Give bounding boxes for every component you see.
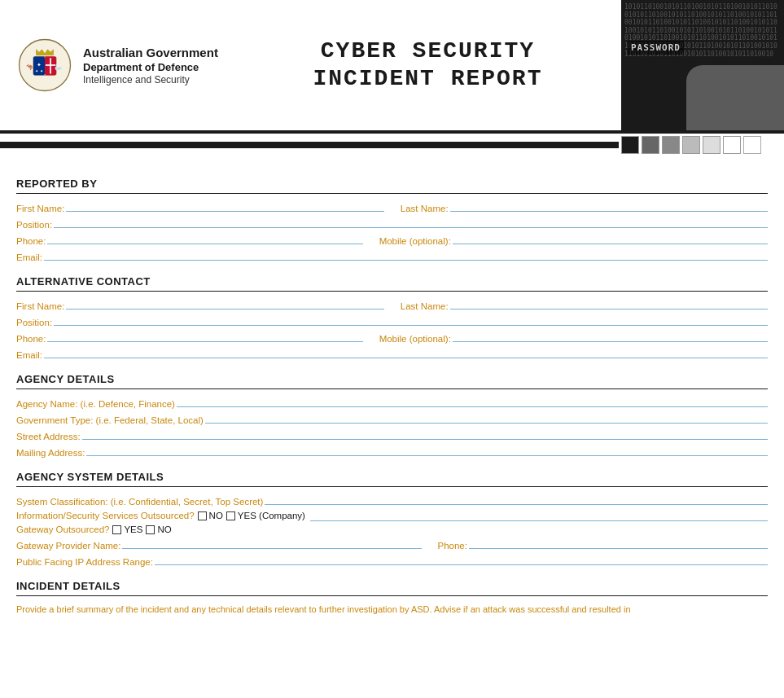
svg-text:✦ ✦: ✦ ✦ <box>35 68 42 73</box>
first-name-field[interactable] <box>66 200 383 212</box>
public-ip-label: Public Facing IP Address Range: <box>16 557 153 567</box>
street-address-row: Street Address: <box>16 428 768 441</box>
gateway-yes-label: YES <box>124 525 142 534</box>
agency-name-field[interactable] <box>177 396 768 407</box>
outsourced-yes-checkbox[interactable] <box>226 511 235 520</box>
public-ip-row: Public Facing IP Address Range: <box>16 554 768 567</box>
svg-text:🦘: 🦘 <box>26 63 34 71</box>
gateway-phone-field[interactable] <box>469 538 768 549</box>
outsourced-company-field[interactable] <box>310 510 768 521</box>
last-name-label: Last Name: <box>401 204 449 213</box>
outsourced-no-item[interactable]: NO <box>198 511 223 520</box>
outsourced-no-checkbox[interactable] <box>198 511 207 520</box>
street-address-field[interactable] <box>82 428 768 440</box>
mailing-address-field[interactable] <box>86 445 768 456</box>
public-ip-field[interactable] <box>155 554 768 565</box>
outsourced-row: Information/Security Services Outsourced… <box>16 510 768 521</box>
agency-name-row: Agency Name: (i.e. Defence, Finance) <box>16 396 768 409</box>
alt-name-row: First Name: Last Name: <box>16 298 768 311</box>
swatch-lighter-gray <box>703 136 720 154</box>
report-title: CYBER SECURITY INCIDENT REPORT <box>313 37 542 92</box>
alt-position-field[interactable] <box>54 314 768 326</box>
system-classification-row: System Classification: (i.e. Confidentia… <box>16 494 768 507</box>
street-address-label: Street Address: <box>16 432 81 441</box>
swatch-off-white <box>743 136 761 154</box>
main-content: REPORTED BY First Name: Last Name: Posit… <box>0 156 784 633</box>
swatch-light-gray <box>682 136 700 154</box>
alt-last-name-field[interactable] <box>450 298 768 309</box>
mailing-address-row: Mailing Address: <box>16 445 768 458</box>
incident-summary-text: Provide a brief summary of the incident … <box>16 603 768 617</box>
email-field[interactable] <box>44 249 768 261</box>
swatch-black <box>621 136 639 154</box>
alt-phone-label: Phone: <box>16 334 46 344</box>
first-name-label: First Name: <box>16 204 64 213</box>
section-agency-system: AGENCY SYSTEM DETAILS <box>16 471 768 487</box>
password-text: PASSWORD <box>628 41 684 55</box>
mobile-field[interactable] <box>453 233 768 244</box>
last-name-field[interactable] <box>450 200 768 212</box>
reported-by-name-row: First Name: Last Name: <box>16 200 768 213</box>
swatch-dark-gray <box>642 136 659 154</box>
gov-type-row: Government Type: (i.e. Federal, State, L… <box>16 412 768 425</box>
alt-position-row: Position: <box>16 314 768 327</box>
government-text: Australian Government Department of Defe… <box>83 46 218 86</box>
outsourced-yes-item[interactable]: YES (Company) <box>226 511 305 520</box>
alt-mobile-label: Mobile (optional): <box>379 334 451 344</box>
svg-text:✦: ✦ <box>37 62 42 68</box>
div-name: Intelligence and Security <box>83 74 218 86</box>
alt-email-field[interactable] <box>44 347 768 358</box>
dept-name: Department of Defence <box>83 61 218 73</box>
reported-by-position-row: Position: <box>16 217 768 230</box>
gateway-provider-field[interactable] <box>122 538 421 549</box>
gateway-outsourced-row: Gateway Outsourced? YES NO <box>16 525 768 534</box>
page-header: ✦ ✦ ✦ 🦘 🦢 Australian Government Departme… <box>0 0 784 134</box>
header-image-area: 1010110100101011010010101101001010110100… <box>621 0 784 130</box>
bar-row <box>0 134 784 156</box>
gateway-yes-item[interactable]: YES <box>112 525 142 534</box>
alt-last-name-label: Last Name: <box>401 301 449 311</box>
reported-by-email-row: Email: <box>16 249 768 262</box>
section-agency-details: AGENCY DETAILS <box>16 373 768 389</box>
svg-text:🦢: 🦢 <box>55 63 63 71</box>
gateway-no-item[interactable]: NO <box>146 525 171 534</box>
mobile-label: Mobile (optional): <box>379 236 451 246</box>
gateway-phone-label: Phone: <box>438 541 467 551</box>
section-alt-contact: ALTERNATIVE CONTACT <box>16 275 768 292</box>
gateway-no-checkbox[interactable] <box>146 525 155 534</box>
cyber-image: 1010110100101011010010101101001010110100… <box>621 0 784 130</box>
section-incident-details: INCIDENT DETAILS <box>16 580 768 596</box>
system-class-label: System Classification: (i.e. Confidentia… <box>16 497 263 507</box>
black-bar <box>0 142 619 148</box>
coat-of-arms-icon: ✦ ✦ ✦ 🦘 🦢 <box>16 37 73 94</box>
gov-type-field[interactable] <box>205 412 768 424</box>
swatch-white <box>723 136 741 154</box>
header-title-area: CYBER SECURITY INCIDENT REPORT <box>234 0 621 130</box>
alt-email-label: Email: <box>16 350 42 360</box>
alt-first-name-field[interactable] <box>66 298 383 309</box>
gateway-provider-row: Gateway Provider Name: Phone: <box>16 538 768 551</box>
gov-name: Australian Government <box>83 46 218 59</box>
alt-phone-row: Phone: Mobile (optional): <box>16 331 768 344</box>
section-reported-by: REPORTED BY <box>16 178 768 194</box>
alt-first-name-label: First Name: <box>16 301 64 311</box>
swatch-medium-gray <box>662 136 680 154</box>
hand-shape <box>686 65 784 130</box>
position-field[interactable] <box>54 217 768 228</box>
outsourced-no-label: NO <box>209 511 223 520</box>
alt-mobile-field[interactable] <box>453 331 768 342</box>
system-class-field[interactable] <box>265 494 768 505</box>
alt-phone-field[interactable] <box>47 331 362 342</box>
outsourced-label: Information/Security Services Outsourced… <box>16 511 195 520</box>
phone-label: Phone: <box>16 236 46 246</box>
outsourced-yes-label: YES (Company) <box>238 511 305 520</box>
email-label: Email: <box>16 252 42 262</box>
reported-by-phone-row: Phone: Mobile (optional): <box>16 233 768 246</box>
alt-email-row: Email: <box>16 347 768 360</box>
alt-position-label: Position: <box>16 318 52 327</box>
gateway-provider-label: Gateway Provider Name: <box>16 541 120 551</box>
gov-type-label: Government Type: (i.e. Federal, State, L… <box>16 415 204 425</box>
gateway-yes-checkbox[interactable] <box>112 525 121 534</box>
phone-field[interactable] <box>47 233 362 244</box>
mailing-address-label: Mailing Address: <box>16 448 85 458</box>
